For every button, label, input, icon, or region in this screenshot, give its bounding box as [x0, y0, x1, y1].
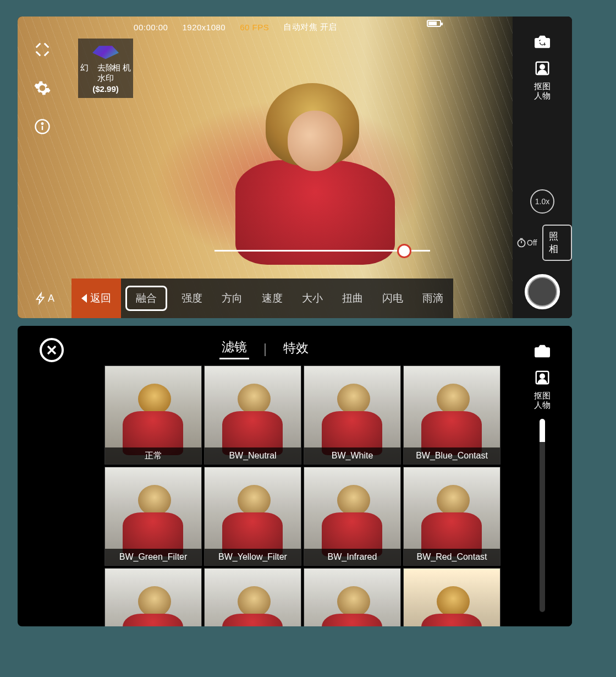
filter-thumb-BW_White[interactable]: BW_White	[304, 365, 401, 465]
tab-filter[interactable]: 滤镜	[219, 338, 249, 359]
thumb-label: BW_Red_Contast	[404, 549, 500, 565]
param-融合[interactable]: 融合	[125, 286, 167, 311]
status-bar: 00:00:00 1920x1080 60 FPS 自动对焦 开启	[18, 20, 453, 34]
param-扭曲[interactable]: 扭曲	[333, 279, 373, 318]
thumb-subject-head	[337, 586, 370, 617]
back-label: 返回	[90, 291, 111, 305]
param-速度[interactable]: 速度	[252, 279, 292, 318]
back-button[interactable]: 返回	[72, 279, 121, 318]
switch-camera-icon[interactable]	[531, 340, 553, 362]
right-toolbar: 抠图人物 1.0x Off 照相	[513, 17, 572, 318]
timer-value: Off	[527, 238, 537, 247]
info-icon[interactable]	[31, 116, 53, 138]
thumb-subject-head	[138, 485, 171, 516]
param-大小[interactable]: 大小	[292, 279, 332, 318]
param-雨滴[interactable]: 雨滴	[413, 279, 453, 318]
filter-grid: 正常BW_NeutralBW_WhiteBW_Blue_ContastBW_Gr…	[105, 365, 501, 626]
thumb-subject-body	[222, 614, 283, 626]
svg-point-4	[540, 65, 544, 69]
thumb-subject-head	[238, 485, 271, 516]
viewfinder[interactable]: 00:00:00 1920x1080 60 FPS 自动对焦 开启	[18, 17, 513, 318]
filter-thumb-BW_Neutral[interactable]: BW_Neutral	[204, 365, 301, 465]
thumb-subject-head	[337, 384, 370, 414]
bottom-toolbar: A 返回 融合强度方向速度大小扭曲闪电雨滴	[18, 279, 453, 318]
left-toolbar	[18, 17, 67, 318]
filter-thumb-row3-10[interactable]	[304, 568, 401, 626]
filter-thumb-正常[interactable]: 正常	[105, 365, 202, 465]
thumb-subject-head	[437, 485, 470, 516]
thumb-label: BW_Neutral	[205, 447, 301, 464]
shutter-button[interactable]	[525, 274, 560, 309]
thumb-label: BW_White	[304, 447, 400, 464]
slider-fill	[540, 419, 545, 442]
param-闪电[interactable]: 闪电	[373, 279, 413, 318]
picker-right-toolbar: 抠图人物	[513, 326, 572, 626]
autofocus-status: 自动对焦 开启	[283, 22, 337, 32]
cutout-label: 抠图人物	[534, 391, 551, 410]
thumb-subject-body	[322, 614, 382, 626]
app-logo-icon	[89, 42, 122, 60]
thumb-subject-head	[238, 384, 271, 414]
brand-left: 幻	[80, 62, 89, 73]
filter-thumb-BW_Red_Contast[interactable]: BW_Red_Contast	[403, 467, 501, 566]
brand-right: 相 机	[112, 62, 131, 73]
thumb-subject-head	[138, 384, 171, 414]
gear-icon[interactable]	[31, 77, 53, 99]
mode-button[interactable]: 照相	[542, 225, 572, 261]
thumb-subject-head	[437, 586, 470, 617]
watermark-line1: 去除	[97, 63, 114, 72]
remove-watermark-promo[interactable]: 幻 去除 相 机 水印 ($2.99)	[78, 39, 133, 98]
param-tabs: 融合强度方向速度大小扭曲闪电雨滴	[121, 279, 453, 318]
triangle-left-icon	[81, 294, 87, 303]
filter-thumb-row3-8[interactable]	[105, 568, 202, 626]
watermark-line2: 水印	[97, 73, 114, 84]
effect-slider[interactable]	[215, 242, 430, 260]
thumb-label: BW_Green_Filter	[105, 549, 201, 565]
thumb-subject-head	[437, 384, 470, 414]
intensity-slider[interactable]	[540, 419, 545, 613]
viewfinder-subject	[235, 83, 400, 259]
picker-tabs: 滤镜 | 特效	[18, 338, 513, 360]
filter-thumb-BW_Infrared[interactable]: BW_Infrared	[304, 467, 401, 566]
tab-effect[interactable]: 特效	[281, 340, 311, 359]
param-强度[interactable]: 强度	[172, 279, 212, 318]
slider-thumb[interactable]	[397, 244, 411, 258]
flash-mode: A	[48, 293, 54, 304]
zoom-value: 1.0x	[535, 197, 549, 206]
filter-thumb-row3-9[interactable]	[204, 568, 301, 626]
thumb-label: BW_Blue_Contast	[404, 447, 500, 464]
person-icon	[532, 58, 552, 78]
timecode: 00:00:00	[134, 23, 168, 32]
cutout-button[interactable]: 抠图人物	[532, 58, 552, 101]
thumb-subject-head	[238, 586, 271, 617]
filter-thumb-row3-11[interactable]	[403, 568, 501, 626]
thumb-subject-head	[138, 586, 171, 617]
svg-point-7	[540, 374, 544, 379]
camera-screen: 00:00:00 1920x1080 60 FPS 自动对焦 开启	[18, 17, 572, 318]
filter-thumb-BW_Green_Filter[interactable]: BW_Green_Filter	[105, 467, 202, 566]
timer-button[interactable]: Off	[516, 237, 537, 248]
tab-separator: |	[263, 342, 267, 357]
thumb-label: BW_Infrared	[304, 549, 400, 565]
switch-camera-icon[interactable]	[531, 31, 553, 53]
watermark-price: ($2.99)	[92, 84, 119, 95]
collapse-icon[interactable]	[31, 39, 53, 61]
filter-thumb-BW_Blue_Contast[interactable]: BW_Blue_Contast	[403, 365, 501, 465]
battery-icon	[427, 20, 441, 27]
filter-picker-screen: 滤镜 | 特效 正常BW_NeutralBW_WhiteBW_Blue_Cont…	[18, 326, 572, 626]
cutout-button[interactable]: 抠图人物	[532, 368, 552, 410]
thumb-subject-body	[123, 614, 183, 626]
thumb-subject-body	[421, 614, 482, 626]
thumb-label: BW_Yellow_Filter	[205, 549, 301, 565]
zoom-button[interactable]: 1.0x	[530, 189, 554, 214]
person-icon	[532, 368, 552, 387]
param-方向[interactable]: 方向	[212, 279, 252, 318]
filter-thumb-BW_Yellow_Filter[interactable]: BW_Yellow_Filter	[204, 467, 301, 566]
flash-button[interactable]: A	[18, 279, 72, 318]
fps: 60 FPS	[240, 23, 269, 32]
thumb-label: 正常	[105, 447, 201, 464]
svg-point-2	[42, 123, 43, 124]
resolution: 1920x1080	[182, 23, 226, 32]
mode-label: 照相	[549, 231, 558, 254]
cutout-label: 抠图人物	[534, 81, 551, 101]
